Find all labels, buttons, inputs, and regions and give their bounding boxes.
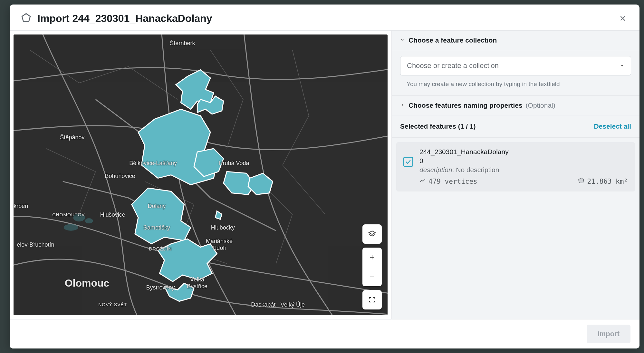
map-place-label: Olomouc [65,277,110,289]
map-place-label: krbeň [14,203,28,210]
collection-helper: You may create a new collection by typin… [400,81,631,88]
map-place-label: DROŽDÍN [149,246,172,251]
selected-features-label: Selected features (1 / 1) [400,123,476,130]
zoom-out-button[interactable] [362,267,382,286]
svg-point-4 [64,224,78,230]
svg-marker-0 [22,14,30,21]
map-place-label: Štěpánov [60,134,84,141]
feature-name: 244_230301_HanackaDolany [419,148,628,156]
right-pane: Choose a feature collection Choose or cr… [391,31,639,319]
map-place-label: elov-Břuchotín [17,241,54,248]
map-place-label: Daskabát [251,301,275,308]
map-place-label: CHOMOUTOV [52,212,85,217]
deselect-all-button[interactable]: Deselect all [594,123,631,130]
svg-marker-7 [578,178,584,183]
import-button[interactable]: Import [587,325,630,343]
map-svg [14,34,388,315]
map-canvas[interactable]: ŠternberkŠtěpánovHrubá VodaBělkovice-Laš… [14,34,388,315]
import-modal: Import 244_230301_HanackaDolany [10,5,639,348]
feature-description: description: No description [419,166,628,174]
map-place-label: Hrubá Voda [218,160,249,167]
map-place-label: Šternberk [170,40,195,46]
map-place-label: VelkáBystřice [187,276,207,290]
vertices-icon [419,177,426,185]
chevron-right-icon [400,103,405,108]
feature-desc-key: description [419,166,452,173]
feature-area: 21.863 km² [587,178,628,185]
section-collection-body: Choose or create a collection You may cr… [392,50,639,96]
feature-meta: 244_230301_HanackaDolany 0 description: … [419,148,628,186]
modal-body: ŠternberkŠtěpánovHrubá VodaBělkovice-Laš… [10,30,639,319]
feature-desc-val: No description [456,166,499,173]
section-collection-header[interactable]: Choose a feature collection [392,31,639,50]
collection-placeholder: Choose or create a collection [407,62,499,70]
map-place-label: Hlušovice [100,211,125,218]
svg-point-3 [85,218,93,223]
close-button[interactable] [617,13,629,24]
chevron-down-icon [620,62,624,70]
feature-index: 0 [419,157,628,165]
map-place-label: Velký Úje [281,301,305,308]
map-place-label: Bělkovice-Lašťany [129,160,177,167]
section-collection-title: Choose a feature collection [409,36,497,44]
map-place-label: NOVÝ SVĚT [98,302,127,307]
chevron-down-icon [400,37,405,43]
map-place-label: Hlubočky [211,224,235,231]
svg-marker-5 [369,231,375,234]
zoom-in-button[interactable] [362,248,382,267]
modal-title: Import 244_230301_HanackaDolany [37,13,611,25]
map-place-label: MariánskéÚdolí [206,238,233,251]
svg-marker-6 [621,65,623,66]
feature-item[interactable]: 244_230301_HanackaDolany 0 description: … [396,142,635,191]
fit-bounds-button[interactable] [362,290,382,309]
feature-checkbox[interactable] [403,157,413,167]
area-icon [578,177,585,186]
selected-features-row: Selected features (1 / 1) Deselect all [392,115,639,138]
feature-vertices: 479 vertices [428,178,477,185]
map-place-label: Samotišky [143,224,170,231]
layers-button[interactable] [362,224,382,244]
map-place-label: Dolany [148,203,166,210]
map-place-label: Bohuňovice [105,172,135,179]
collection-combobox[interactable]: Choose or create a collection [400,56,631,75]
modal-header: Import 244_230301_HanackaDolany [10,5,639,30]
feature-list: 244_230301_HanackaDolany 0 description: … [392,138,639,196]
section-naming-title: Choose features naming properties [409,102,523,109]
map-controls [362,224,382,309]
section-naming-optional: (Optional) [526,102,555,109]
section-naming-header[interactable]: Choose features naming properties (Optio… [392,96,639,115]
modal-footer: Import [10,319,639,348]
map-place-label: Bystrovany [146,284,175,291]
feature-stats: 479 vertices 21.863 km² [419,177,628,186]
map-pane: ŠternberkŠtěpánovHrubá VodaBělkovice-Laš… [10,31,391,319]
polygon-icon [21,12,32,25]
